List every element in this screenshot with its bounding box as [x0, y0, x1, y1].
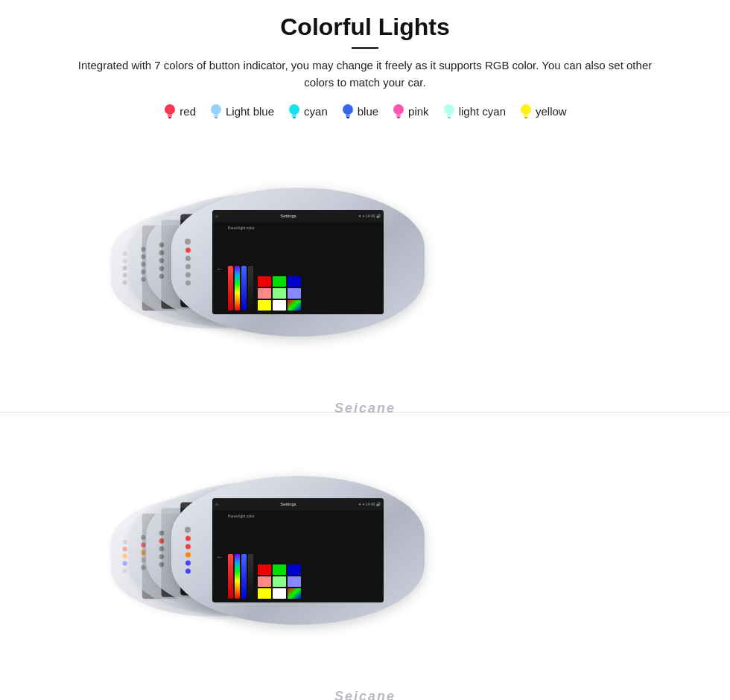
- bulb-icon-blue: [341, 104, 355, 120]
- svg-rect-22: [447, 115, 451, 117]
- color-label-pink: pink: [408, 105, 429, 118]
- svg-point-4: [211, 104, 221, 115]
- color-item-cyan: cyan: [288, 104, 328, 120]
- bulb-icon-pink: [392, 104, 405, 120]
- svg-rect-3: [168, 117, 171, 118]
- color-grid-bot: [258, 564, 301, 599]
- svg-point-12: [343, 104, 353, 115]
- color-label-lightblue: Light blue: [226, 105, 274, 118]
- panel-label: Panel light color: [228, 226, 380, 230]
- screen-header-top: ⌂ Settings ✦ ▾ 14:40 🔊: [212, 210, 384, 222]
- screen-header-bot: ⌂ Settings ✦ ▾ 14:40 🔊: [212, 498, 384, 510]
- color-item-yellow: yellow: [519, 104, 567, 120]
- color-item-blue: blue: [341, 104, 378, 120]
- unit-front-top: ⌂ Settings ✦ ▾ 14:40 🔊 ← Panel light: [171, 188, 425, 337]
- color-item-lightblue: Light blue: [209, 104, 274, 120]
- color-list: red Light blue cyan: [163, 104, 566, 120]
- svg-rect-11: [293, 117, 296, 118]
- screen-title: Settings: [280, 214, 296, 218]
- svg-point-0: [165, 104, 175, 115]
- svg-point-16: [393, 104, 404, 115]
- color-label-red: red: [180, 105, 196, 118]
- svg-rect-15: [346, 117, 349, 118]
- color-item-lightcyan: light cyan: [442, 104, 506, 120]
- screen-body-bot: ← Panel light color: [212, 510, 384, 602]
- product-section-bottom: ⌂ Settings ✦ ▾ 14:40 🔊 ← Panel light col…: [0, 413, 730, 700]
- svg-rect-7: [215, 117, 218, 118]
- color-label-blue: blue: [358, 105, 378, 118]
- svg-point-20: [444, 104, 454, 115]
- color-label-cyan: cyan: [304, 105, 328, 118]
- svg-rect-2: [168, 115, 172, 117]
- watermark-bottom: Seicane: [334, 689, 396, 700]
- color-label-lightcyan: light cyan: [459, 105, 506, 118]
- color-item-red: red: [163, 104, 196, 120]
- color-label-yellow: yellow: [536, 105, 567, 118]
- panel-label-bot: Panel light color: [228, 514, 380, 518]
- bulb-icon-cyan: [288, 104, 301, 120]
- screen-title-bot: Settings: [280, 502, 296, 506]
- description-text: Integrated with 7 colors of button indic…: [60, 57, 670, 92]
- svg-rect-14: [346, 115, 350, 117]
- unit-front-bottom: ⌂ Settings ✦ ▾ 14:40 🔊 ← Panel light col…: [171, 476, 425, 625]
- svg-rect-19: [397, 117, 400, 118]
- svg-rect-18: [396, 115, 401, 117]
- bulb-icon-lightcyan: [442, 104, 456, 120]
- svg-rect-10: [292, 115, 296, 117]
- svg-rect-27: [524, 117, 527, 118]
- bulb-icon-red: [163, 104, 177, 120]
- header-section: Colorful Lights Integrated with 7 colors…: [60, 0, 670, 96]
- color-grid-top: [258, 276, 301, 311]
- svg-point-24: [521, 104, 531, 115]
- title-divider: [352, 47, 378, 49]
- bulb-icon-lightblue: [209, 104, 223, 120]
- bulb-icon-yellow: [519, 104, 533, 120]
- page-title: Colorful Lights: [60, 13, 670, 41]
- product-section-top: ⌂ Settings ✦ ▾ 14:40 🔊 ← Panel light: [0, 124, 730, 412]
- products-area: ⌂ Settings ✦ ▾ 14:40 🔊 ← Panel light: [0, 124, 730, 701]
- page: Colorful Lights Integrated with 7 colors…: [0, 0, 730, 700]
- color-item-pink: pink: [392, 104, 429, 120]
- svg-rect-6: [214, 115, 218, 117]
- svg-point-8: [289, 104, 299, 115]
- screen-body-top: ← Panel light color: [212, 222, 384, 314]
- svg-rect-23: [448, 117, 451, 118]
- svg-rect-26: [524, 115, 528, 117]
